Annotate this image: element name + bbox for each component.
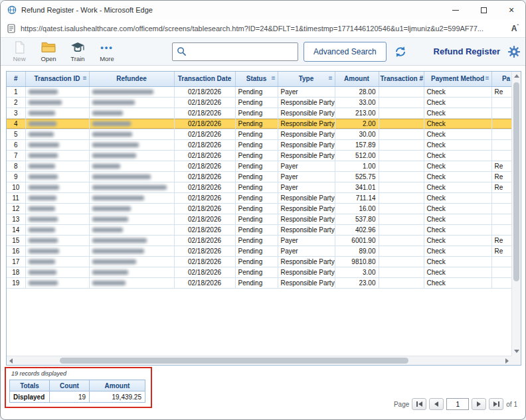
read-aloud-icon[interactable]: Aˆ [511,23,519,33]
column-header-status[interactable]: Status≡ [235,72,278,86]
site-info-icon[interactable] [7,24,15,33]
cell-refundee [89,171,174,182]
first-page-button[interactable] [412,398,426,410]
table-row-8[interactable]: 802/18/2026PendingPayer1.00CheckRe [7,161,511,171]
horizontal-scrollbar-thumb[interactable] [60,358,408,364]
more-button[interactable]: ••• More [92,38,122,65]
column-header-transaction-id[interactable]: Transaction ID≡ [25,72,89,86]
table-row-10[interactable]: 1002/18/2026PendingPayer341.01CheckRe [7,182,511,192]
cell-type: Responsible Party [278,224,335,235]
cell-transaction-id [25,139,89,150]
scroll-right-arrow[interactable] [505,358,509,364]
advanced-search-button[interactable]: Advanced Search [304,42,387,62]
table-row-2[interactable]: 202/18/2026PendingResponsible Party33.00… [7,97,511,107]
redacted-refundee-name [92,238,147,243]
scroll-up-arrow[interactable] [514,74,519,78]
next-page-button[interactable] [472,398,486,410]
data-grid: #Transaction ID≡RefundeeTransaction Date… [6,71,521,366]
page-number-input[interactable] [446,398,469,410]
cell-status: Pending [235,192,278,203]
table-row-11[interactable]: 1102/18/2026PendingResponsible Party711.… [7,192,511,203]
train-button[interactable]: Train [63,38,92,65]
column-menu-icon[interactable]: ≡ [272,75,276,82]
cell-transaction-date: 02/18/2026 [174,245,235,256]
table-row-5[interactable]: 502/18/2026PendingResponsible Party30.00… [7,129,511,139]
cell-transaction-id [25,203,89,214]
more-dots-icon: ••• [100,41,114,54]
table-row-15[interactable]: 1502/18/2026PendingPayer6001.90CheckRe [7,235,511,245]
table-row-12[interactable]: 1202/18/2026PendingResponsible Party16.0… [7,203,511,214]
cell-payment-method: Check [424,150,491,161]
column-header-transaction-[interactable]: Transaction # [379,72,424,86]
cell-refundee [89,129,174,139]
cell-refundee [89,118,174,129]
column-header--[interactable]: # [7,72,25,86]
cell-type: Responsible Party [278,97,335,107]
table-row-6[interactable]: 602/18/2026PendingResponsible Party157.8… [7,139,511,150]
cell-status: Pending [235,245,278,256]
scrollbar-corner [511,356,521,365]
cell-extra [491,214,511,224]
titlebar: Refund Register - Work - Microsoft Edge … [1,1,525,19]
column-header-transaction-date[interactable]: Transaction Date [174,72,235,86]
scroll-left-arrow[interactable] [9,358,13,364]
column-header-pa[interactable]: Pa≡ [491,72,511,86]
column-header-refundee[interactable]: Refundee [89,72,174,86]
table-row-13[interactable]: 1302/18/2026PendingResponsible Party537.… [7,214,511,224]
cell-amount: 512.00 [335,150,379,161]
redacted-transaction-id [29,228,55,232]
cell-status: Pending [235,150,278,161]
cell-type: Responsible Party [278,267,335,277]
cell-amount: 213.00 [335,107,379,118]
column-header-type[interactable]: Type≡ [278,72,335,86]
column-menu-icon[interactable]: ≡ [83,75,87,82]
redacted-refundee-name [92,100,135,105]
cell-payment-method: Check [424,182,491,192]
last-page-button[interactable] [489,398,503,410]
totals-annotation-box: 19 records displayed Totals Count Amount… [5,367,152,408]
globe-icon [7,5,17,15]
cell-transaction-number [379,256,424,267]
cell-transaction-id [25,182,89,192]
new-button[interactable]: New [5,38,34,65]
table-row-14[interactable]: 1402/18/2026PendingResponsible Party402.… [7,224,511,235]
open-button[interactable]: Open [34,38,63,65]
totals-amount-value: 19,439.25 [90,391,145,403]
table-row-9[interactable]: 902/18/2026PendingPayer525.75CheckRe [7,171,511,182]
cell-refundee [89,161,174,171]
column-header-payment-method[interactable]: Payment Method≡ [424,72,491,86]
cell-transaction-id [25,224,89,235]
table-row-16[interactable]: 1602/18/2026PendingPayer89.00CheckRe [7,245,511,256]
settings-gear-icon[interactable] [508,46,520,58]
vertical-scrollbar[interactable] [511,72,521,356]
column-menu-icon[interactable]: ≡ [329,75,333,82]
url-text[interactable]: https://qatest.isalushealthcare.com/offi… [21,25,506,33]
table-row-19[interactable]: 1902/18/2026PendingResponsible Party23.0… [7,277,511,288]
horizontal-scrollbar[interactable] [7,356,511,365]
table-row-18[interactable]: 1802/18/2026PendingResponsible Party3.00… [7,267,511,277]
redacted-transaction-id [29,90,58,94]
cell-status: Pending [235,214,278,224]
search-input[interactable] [190,44,294,60]
previous-page-button[interactable] [429,398,444,410]
maximize-icon [481,7,487,13]
cell-amount: 3.00 [335,267,379,277]
search-box[interactable] [172,42,298,61]
table-row-7[interactable]: 702/18/2026PendingResponsible Party512.0… [7,150,511,161]
table-row-17[interactable]: 1702/18/2026PendingResponsible Party9810… [7,256,511,267]
column-menu-icon[interactable]: ≡ [485,75,489,82]
minimize-button[interactable] [442,1,470,19]
table-row-1[interactable]: 102/18/2026PendingPayer28.00CheckRe [7,86,511,97]
maximize-button[interactable] [470,1,497,19]
close-button[interactable]: × [497,1,525,19]
table-row-3[interactable]: 302/18/2026PendingResponsible Party213.0… [7,107,511,118]
scroll-down-arrow[interactable] [514,350,519,353]
table-row-4[interactable]: 402/18/2026PendingResponsible Party2.00C… [7,118,511,129]
refresh-icon[interactable] [394,46,406,58]
column-header-amount[interactable]: Amount [335,72,379,86]
vertical-scrollbar-thumb[interactable] [513,82,519,281]
open-folder-icon [41,41,56,54]
cell-status: Pending [235,171,278,182]
cell-amount: 30.00 [335,129,379,139]
grid-header-row: #Transaction ID≡RefundeeTransaction Date… [7,72,511,86]
